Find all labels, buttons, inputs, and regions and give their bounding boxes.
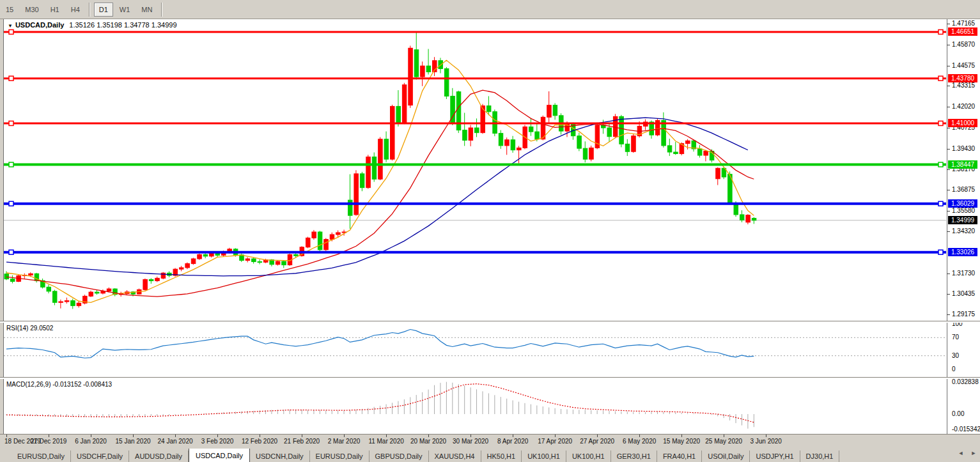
current-price-badge: 1.34999 [948, 216, 977, 224]
toolbar-divider [89, 3, 90, 17]
date-label: 2 Mar 2020 [328, 438, 361, 445]
time-tick [724, 435, 724, 437]
macd-pane[interactable] [0, 378, 980, 433]
tab-hk50-h1[interactable]: HK50,H1 [481, 450, 522, 462]
time-tick [49, 435, 49, 437]
time-tick [428, 435, 429, 437]
time-tick [175, 435, 176, 437]
hline-handle[interactable] [9, 162, 13, 167]
timeframe-button-15[interactable]: 15 [1, 3, 19, 17]
tab-xauusd-h4[interactable]: XAUUSD,H4 [429, 450, 481, 462]
tab-usdchf-daily[interactable]: USDCHF,Daily [71, 450, 129, 462]
date-label: 6 Jan 2020 [75, 438, 107, 445]
tab-usdcad-daily[interactable]: USDCAD,Daily [189, 448, 250, 462]
time-tick [386, 435, 387, 437]
rsi-line [6, 330, 754, 358]
time-tick [302, 435, 302, 437]
hline-handle[interactable] [9, 121, 13, 125]
hline-handle[interactable] [9, 250, 13, 254]
tab-fra40-h1[interactable]: FRA40,H1 [657, 450, 702, 462]
date-label: 3 Feb 2020 [201, 438, 234, 445]
rsi-tick-label: 0 [952, 366, 956, 373]
tab-scroll-left-icon[interactable]: ◄ [957, 450, 965, 456]
tab-usoil-daily[interactable]: USOil,Daily [702, 450, 750, 462]
hline-handle[interactable] [938, 30, 943, 35]
axis-tick [947, 86, 950, 86]
tab-uk100-h1[interactable]: UK100,H1 [566, 450, 611, 462]
timeframe-button-H1[interactable]: H1 [45, 3, 65, 17]
hline-handle[interactable] [938, 121, 943, 125]
time-tick [260, 435, 260, 437]
price-tick-label: 1.39430 [952, 145, 975, 152]
chart-ohlc-values: 1.35126 1.35198 1.34778 1.34999 [69, 21, 176, 29]
tab-usdcnh-daily[interactable]: USDCNH,Daily [250, 450, 310, 462]
tab-ger30-h1[interactable]: GER30,H1 [611, 450, 657, 462]
tab-uk100-h1[interactable]: UK100,H1 [522, 450, 566, 462]
date-label: 25 May 2020 [705, 438, 742, 445]
rsi-pane[interactable] [0, 322, 980, 377]
hline-handle[interactable] [938, 76, 943, 81]
toolbar-divider [161, 3, 162, 17]
price-level-badge: 1.38447 [948, 160, 977, 169]
macd-tick-label: 0.00 [952, 410, 964, 417]
chart-tabs-bar: EURUSD,DailyUSDCHF,DailyAUDUSD,DailyUSDC… [0, 448, 980, 462]
tab-audusd-daily[interactable]: AUDUSD,Daily [129, 450, 189, 462]
hline-handle[interactable] [938, 250, 943, 254]
time-tick [766, 435, 766, 437]
hline-handle[interactable] [938, 201, 943, 206]
ma-fast[interactable] [6, 60, 754, 302]
macd-label: MACD(12,26,9) -0.013152 -0.008413 [6, 381, 112, 388]
axis-tick [947, 66, 950, 66]
hline-handle[interactable] [9, 76, 13, 81]
tab-eurusd-daily[interactable]: EURUSD,Daily [310, 450, 369, 462]
price-level-badge: 1.33026 [948, 248, 977, 256]
timeframe-button-H4[interactable]: H4 [66, 3, 85, 17]
macd-histogram [6, 382, 754, 429]
pane-separator[interactable] [0, 377, 980, 379]
hline-handle[interactable] [938, 162, 943, 167]
ma-mid[interactable] [6, 90, 754, 296]
price-tick-label: 1.47165 [952, 20, 975, 27]
rsi-label: RSI(14) 29.0502 [6, 325, 53, 332]
time-tick [91, 435, 91, 437]
axis-tick [947, 231, 950, 232]
candles [4, 32, 756, 309]
price-tick-label: 1.29175 [952, 311, 975, 318]
time-tick [639, 435, 640, 437]
tab-scroll-right-icon[interactable]: ► [970, 450, 977, 456]
hline-handle[interactable] [9, 201, 13, 206]
price-tick-label: 1.44575 [952, 62, 975, 69]
price-chart-pane[interactable] [0, 19, 980, 321]
timeframe-button-W1[interactable]: W1 [114, 3, 136, 17]
date-label: 8 Apr 2020 [497, 438, 528, 445]
time-tick [133, 435, 134, 437]
macd-tick-label: 0.032838 [952, 378, 979, 385]
symbol-dropdown-icon[interactable]: ▼ [8, 23, 13, 29]
price-level-badge: 1.36029 [948, 199, 977, 208]
price-tick-label: 1.31730 [952, 270, 975, 277]
axis-tick [947, 190, 950, 190]
axis-tick [947, 128, 950, 128]
timeframe-toolbar: 15M30H1H4D1W1MN [0, 0, 980, 19]
rsi-tick-label: 70 [952, 334, 959, 341]
timeframe-button-M30[interactable]: M30 [20, 3, 43, 17]
date-label: 11 Mar 2020 [368, 438, 403, 445]
date-label: 27 Apr 2020 [580, 438, 614, 445]
tab-usdjpy-h1[interactable]: USDJPY,H1 [750, 450, 800, 462]
price-tick-label: 1.43315 [952, 82, 975, 89]
hline-handle[interactable] [9, 30, 13, 35]
price-tick-label: 1.45870 [952, 41, 975, 48]
pane-separator[interactable] [0, 321, 980, 323]
date-label: 12 Feb 2020 [242, 438, 277, 445]
timeframe-button-MN[interactable]: MN [136, 3, 157, 17]
date-label: 15 May 2020 [663, 438, 700, 445]
tab-gbpusd-daily[interactable]: GBPUSD,Daily [369, 450, 429, 462]
tab-dj30-h1[interactable]: DJ30,H1 [800, 450, 840, 462]
date-label: 21 Feb 2020 [284, 438, 320, 445]
time-axis[interactable]: 18 Dec 201927 Dec 20196 Jan 202015 Jan 2… [0, 434, 980, 449]
date-label: 15 Jan 2020 [115, 438, 150, 445]
tab-eurusd-daily[interactable]: EURUSD,Daily [12, 450, 71, 462]
timeframe-button-D1[interactable]: D1 [94, 3, 113, 17]
price-level-badge: 1.43780 [948, 74, 977, 82]
price-tick-label: 1.42020 [952, 103, 975, 110]
